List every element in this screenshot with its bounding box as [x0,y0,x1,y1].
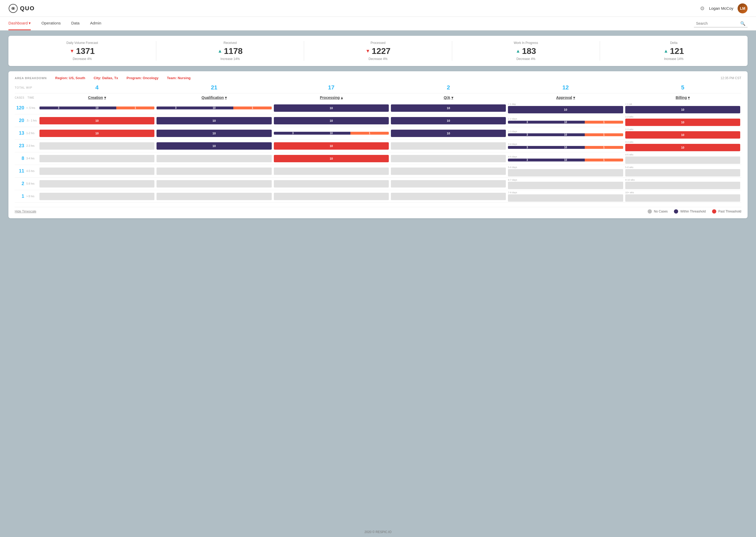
nav-item-admin[interactable]: Admin [90,17,101,30]
bar-empty [156,155,272,162]
wip-approval: 12 [507,84,624,91]
col-time-label: 10+ wks [625,191,740,194]
bar-segments: 3101 [156,106,272,109]
row-time-label: .5 - 1 hrs [26,119,37,122]
header-right: ⚙ Logan McCoy LM [700,3,748,14]
bar-single: 10 [391,104,506,112]
bar-single: 10 [156,117,272,124]
arrow-up-icon-2: ▲ [516,48,521,54]
bar-segments: 3101 [508,121,623,124]
bar-single: 10 [274,142,389,150]
legend-within: Within Threashold [674,209,706,214]
table-row: 1> 8 hrs7-8 days10+ wks [15,190,741,203]
row-cases-count: 2 [15,181,24,186]
table-row: 120< .5 hrs310131011010< 1 day10< 1 wk10 [15,102,741,114]
row-cases-count: 11 [15,168,24,174]
arrow-up-icon-3: ▲ [664,48,668,54]
col-time-label: < 1 day [508,103,623,105]
bar-empty [625,156,740,164]
row-cases-count: 20 [15,118,24,123]
bar-empty [156,180,272,187]
bar-single: 10 [274,104,389,112]
col-header-creation[interactable]: Creation ▾ [38,96,155,100]
wip-qualification: 21 [155,84,273,91]
bar-empty [39,142,154,150]
bar-single: 10 [156,130,272,137]
table-row: 232-3 hrs10103-4 days31013-4 wks10 [15,140,741,152]
table-row: 20.5 - 1 hrs101010101-2 days31011-2 wks1… [15,114,741,127]
bar-empty [39,155,154,162]
bar-single: 10 [274,155,389,162]
bar-segments: 3101 [39,106,154,109]
bar-empty [391,142,506,150]
bar-empty [274,193,389,200]
bar-single: 10 [625,131,740,139]
table-row: 83-4 hrs104-5 days31014-5 wks [15,152,741,165]
col-header-qualification[interactable]: Qualification ▾ [155,96,273,100]
legend-dot-dark [674,209,678,214]
bar-empty [156,168,272,175]
svg-point-1 [12,8,14,9]
col-time-label: < 1 wk [625,103,740,105]
row-time-label: > 8 hrs [26,195,34,198]
col-time-label: 7-8 days [508,191,623,194]
bar-single: 10 [274,117,389,124]
wip-qa: 2 [390,84,507,91]
bar-empty [156,193,272,200]
table-row: 114-5 hrs5-6 days5-8 wks [15,165,741,178]
nav-bar: Dashboard ▾ Operations Data Admin 🔍 [0,17,756,30]
breakdown-header: AREA BREAKDOWN Region: US, South City: D… [15,76,741,80]
col-header-qa[interactable]: Q/A ▾ [390,96,507,100]
col-header-approval[interactable]: Approval ▾ [507,96,624,100]
nav-item-data[interactable]: Data [71,17,80,30]
col-headers: CASES TIME Creation ▾ Qualification ▾ Pr… [15,96,741,100]
bar-empty [39,168,154,175]
stats-bar: Daily Volume Forecast ▼ 1371 Decrease 4%… [8,36,748,66]
total-wip-label: TOTAL WIP [15,86,38,89]
bar-empty [625,182,740,189]
data-rows: 120< .5 hrs310131011010< 1 day10< 1 wk10… [15,102,741,203]
avatar[interactable]: LM [737,3,748,14]
logo-text: QUO [20,5,35,12]
wip-processing: 17 [273,84,390,91]
bar-segments: 3101 [274,132,389,135]
bar-single: 10 [391,130,506,137]
header: QUO ⚙ Logan McCoy LM [0,0,756,17]
breakdown-region: Region: US, South [55,76,85,80]
col-header-processing[interactable]: Processing ▴ [273,96,390,100]
search-input[interactable] [696,21,738,25]
bar-segments: 3101 [508,133,623,136]
bar-empty [274,180,389,187]
col-time-label: 1-2 wks [625,115,740,118]
breakdown-city: City: Dallas, Tx [94,76,118,80]
bar-empty [391,180,506,187]
arrow-down-icon-2: ▼ [366,48,370,54]
nav-item-dashboard[interactable]: Dashboard ▾ [8,17,31,30]
stat-received: Received ▲ 1178 Increase 14% [156,41,304,61]
stat-delta: Delta ▲ 121 Increase 14% [600,41,748,61]
bar-single: 10 [625,119,740,126]
gear-icon[interactable]: ⚙ [700,5,705,12]
total-wip-row: TOTAL WIP 4 21 17 2 12 5 [15,84,741,93]
nav-item-operations[interactable]: Operations [41,17,61,30]
hide-timescale-button[interactable]: Hide Timescale [15,210,36,213]
stat-processed: Processed ▼ 1227 Decrease 4% [304,41,452,61]
legend-dot-gray [648,209,652,214]
row-time-label: < .5 hrs [26,106,35,109]
row-cases-count: 120 [15,105,24,111]
bar-single: 10 [625,144,740,151]
bar-empty [391,193,506,200]
bar-single: 10 [508,106,623,113]
search-icon[interactable]: 🔍 [740,21,745,26]
col-time-label: 3-4 wks [625,141,740,143]
bar-single: 10 [39,117,154,124]
col-time-label: 2-3 days [508,130,623,133]
cases-time-labels: CASES TIME [15,96,38,99]
logo-area[interactable]: QUO [8,4,35,13]
footer: 2020 © RESPIC.IO [0,527,756,537]
bar-empty [508,182,623,189]
bar-empty [39,180,154,187]
col-time-label: 6-7 days [508,179,623,181]
col-header-billing[interactable]: Billing ▾ [624,96,741,100]
legend-row: Hide Timescale No Cases Within Threashol… [15,207,741,214]
